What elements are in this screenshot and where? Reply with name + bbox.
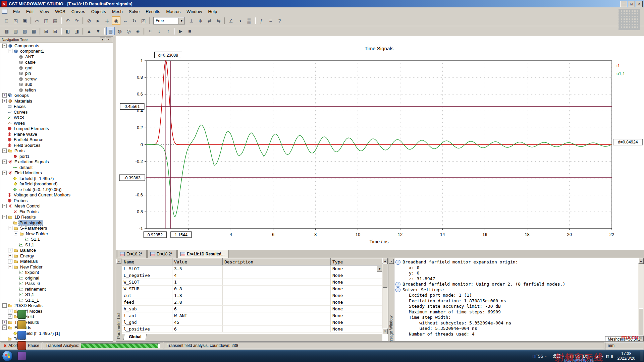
column-header-type[interactable]: Type: [331, 258, 383, 265]
document-tab-2[interactable]: Er=18.2*: [147, 250, 177, 258]
select-icon[interactable]: ►: [94, 16, 102, 25]
rotate-view-icon[interactable]: ↻: [130, 16, 139, 25]
scroll-up-icon[interactable]: ▲: [638, 258, 644, 264]
expand-toggle[interactable]: +: [8, 309, 12, 313]
collapse-toggle[interactable]: −: [2, 44, 7, 48]
tree-item-1d-results[interactable]: −1D Results: [0, 215, 113, 220]
help-icon[interactable]: ?: [275, 16, 284, 25]
parameter-scrollbar[interactable]: ▲ ▼: [382, 258, 388, 334]
expand-toggle[interactable]: +: [2, 93, 7, 98]
collapse-toggle[interactable]: −: [2, 204, 7, 208]
tree-item-s1-1[interactable]: S1,1: [0, 237, 113, 242]
tree-item-faces[interactable]: Faces: [0, 104, 113, 110]
farfield-plot-icon[interactable]: ◈: [133, 27, 142, 35]
menu-results[interactable]: Results: [143, 8, 163, 15]
tree-item-materials[interactable]: +Materials: [0, 259, 113, 264]
fit-view-icon[interactable]: ◰: [139, 16, 148, 25]
tree-item-default[interactable]: default: [0, 165, 113, 170]
tree-item-s-parameters[interactable]: −S-Parameters: [0, 226, 113, 231]
tree-item-farfield-source[interactable]: Farfield Source: [0, 137, 113, 143]
collapse-tree-icon[interactable]: ⊟: [51, 27, 59, 35]
shaded-view-icon[interactable]: ▧: [11, 27, 20, 35]
tree-item-balance[interactable]: +Balance: [0, 248, 113, 253]
tree-item-field-monitors[interactable]: −Field Monitors: [0, 170, 113, 176]
parameter-list-close-button[interactable]: ×: [116, 259, 121, 264]
tree-item-ant[interactable]: ANT: [0, 54, 113, 60]
scroll-up-icon[interactable]: ▲: [382, 258, 388, 264]
param-row-h-sub[interactable]: h_sub6None: [122, 306, 383, 312]
collapse-toggle[interactable]: −: [8, 226, 12, 230]
menu-mesh[interactable]: Mesh: [109, 8, 126, 15]
show-desktop-button[interactable]: [640, 351, 643, 361]
new-icon[interactable]: □: [2, 16, 11, 25]
param-value[interactable]: 1.8: [172, 292, 223, 299]
param-value[interactable]: 4: [172, 272, 223, 279]
collapse-toggle[interactable]: −: [8, 265, 12, 269]
param-value[interactable]: 6: [172, 306, 223, 312]
time-signals-chart[interactable]: Time Signals46810121416182022-1-0.8-0.6-…: [116, 36, 644, 250]
tree-item-field-sources[interactable]: Field Sources: [0, 142, 113, 148]
transform-icon[interactable]: ⇄: [205, 16, 214, 25]
tree-item-voltage-and-current-monitors[interactable]: Voltage and Current Monitors: [0, 192, 113, 198]
tree-item-probes[interactable]: Probes: [0, 198, 113, 203]
param-value[interactable]: 3.5: [172, 265, 223, 272]
tray-icon-4[interactable]: ▮: [611, 354, 613, 358]
param-row-l-ant[interactable]: l_antW_ANTNone: [122, 312, 383, 319]
taskbar-toolbar-hfss[interactable]: HFSS»: [533, 354, 547, 359]
mirror-icon[interactable]: ⇆: [214, 16, 223, 25]
menu-wcs[interactable]: WCS: [52, 8, 68, 15]
tree-item-2d-3d-results[interactable]: −2D/3D Results: [0, 303, 113, 309]
tree-item-port1[interactable]: port1: [0, 154, 113, 159]
taskbar-app-cst[interactable]: [16, 309, 28, 319]
collapse-toggle[interactable]: −: [2, 171, 7, 175]
cutplane-y-icon[interactable]: ◨: [72, 27, 81, 35]
nav-pin-button[interactable]: ▾: [100, 37, 105, 42]
import-icon[interactable]: ↑: [164, 27, 172, 35]
material-icon[interactable]: ◑: [236, 16, 244, 25]
document-tab-3[interactable]: Er=18:1D Results\...: [177, 250, 229, 258]
tree-item-lumped-elements[interactable]: Lumped Elements: [0, 126, 113, 132]
expand-toggle[interactable]: +: [2, 320, 7, 324]
menu-view[interactable]: View: [37, 8, 52, 15]
save-icon[interactable]: ▣: [20, 16, 29, 25]
tree-item-farfield-f-1-4957[interactable]: farfield (f=1.4957): [0, 176, 113, 181]
column-header-description[interactable]: Description: [223, 258, 331, 265]
tree-item-cable[interactable]: cable: [0, 60, 113, 65]
start-button[interactable]: [2, 351, 13, 361]
param-row-l-gnd[interactable]: l_gnd45None: [122, 319, 383, 326]
smith-chart-icon[interactable]: ◍: [115, 27, 124, 35]
expand-toggle[interactable]: +: [2, 99, 7, 103]
menu-curves[interactable]: Curves: [68, 8, 88, 15]
tree-item-ports[interactable]: −Ports: [0, 148, 113, 154]
taskbar-app-explorer[interactable]: [16, 319, 28, 330]
open-icon[interactable]: ◳: [11, 16, 20, 25]
tree-item-s1-1-1[interactable]: S1,1_1: [0, 297, 113, 303]
tree-item-pass-6[interactable]: Pass=6: [0, 281, 113, 287]
tree-item-farfield-broadband[interactable]: farfield (broadband): [0, 181, 113, 187]
approximation-icon[interactable]: ≈: [146, 27, 154, 35]
tab-global[interactable]: Global: [123, 334, 147, 340]
expand-toggle[interactable]: +: [8, 248, 12, 252]
tray-icon-3[interactable]: ◧: [605, 354, 609, 358]
message-window-close-button[interactable]: ×: [389, 259, 394, 264]
polar-plot-icon[interactable]: ◎: [124, 27, 133, 35]
collapse-toggle[interactable]: −: [14, 232, 18, 236]
pick-point-icon[interactable]: ＋: [103, 16, 111, 25]
hidden-line-icon[interactable]: ▨: [20, 27, 29, 35]
vertical-splitter[interactable]: [113, 36, 116, 342]
menu-macros[interactable]: Macros: [163, 8, 184, 15]
scrollbar-thumb[interactable]: [383, 263, 387, 288]
tree-item-curves[interactable]: Curves: [0, 109, 113, 115]
tree-item-s1-1[interactable]: S1,1: [0, 292, 113, 298]
collapse-toggle[interactable]: −: [8, 49, 12, 53]
expand-tree-icon[interactable]: ⊞: [42, 27, 50, 35]
tree-item-energy[interactable]: +Energy: [0, 253, 113, 259]
menu-solve[interactable]: Solve: [126, 8, 143, 15]
tree-item-components[interactable]: −Components: [0, 43, 113, 49]
tree-item-teflon[interactable]: teflon: [0, 87, 113, 93]
tree-item-fixpoint[interactable]: fixpoint: [0, 270, 113, 276]
chevron-down-icon[interactable]: ▼: [178, 18, 184, 24]
tree-item-e-field-t-0-1-9-0-05[interactable]: e-field (t=0..1.9(0.05)): [0, 187, 113, 192]
tree-item-gnd[interactable]: gnd: [0, 65, 113, 71]
wireframe-view-icon[interactable]: ▦: [2, 27, 11, 35]
